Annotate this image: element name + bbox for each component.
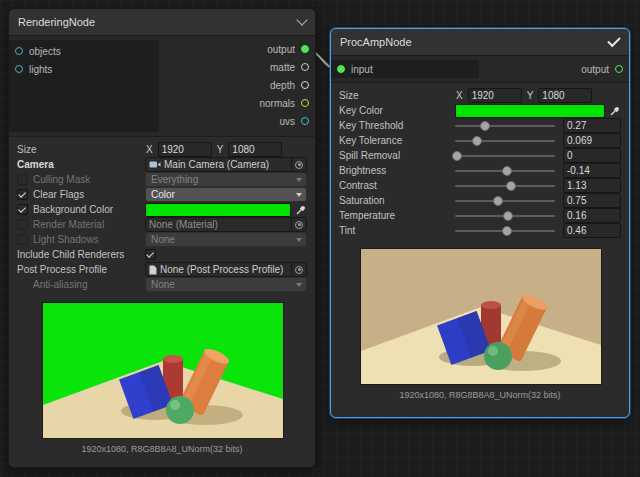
port-normals-label: normals	[259, 98, 295, 109]
clear-flags-dropdown[interactable]: Color	[145, 187, 307, 202]
node-rendering[interactable]: RenderingNode objects lights output	[8, 8, 316, 468]
background-color-field[interactable]	[145, 204, 307, 216]
port-matte-dot[interactable]	[301, 63, 309, 71]
post-process-profile-object-field[interactable]: None (Post Process Profile)	[145, 262, 307, 277]
post-process-profile-picker[interactable]	[291, 263, 306, 276]
slider-knob[interactable]	[502, 226, 512, 236]
dropdown-caret-icon	[296, 193, 302, 197]
temperature-slider[interactable]	[455, 210, 555, 222]
slider-knob[interactable]	[503, 211, 513, 221]
render-material-picker[interactable]	[291, 218, 306, 231]
object-picker-icon	[295, 221, 303, 229]
background-color-checkbox[interactable]	[17, 204, 28, 215]
port-lights-dot[interactable]	[15, 65, 23, 73]
culling-mask-dropdown[interactable]: Everything	[145, 172, 307, 187]
key-color-row: Key Color	[331, 103, 629, 118]
clear-flags-checkbox[interactable]	[17, 189, 28, 200]
slider-track[interactable]	[455, 155, 555, 157]
contrast-slider[interactable]	[455, 180, 555, 192]
port-procamp-output-dot[interactable]	[615, 65, 623, 73]
slider-knob[interactable]	[480, 121, 490, 131]
camera-object-picker[interactable]	[291, 158, 306, 171]
include-child-renderers-checkbox[interactable]	[145, 249, 156, 260]
port-input-dot[interactable]	[337, 65, 345, 73]
rendering-preview-wrap: 1920x1080, R8G8B8A8_UNorm(32 bits)	[42, 302, 282, 461]
brightness-slider[interactable]	[455, 165, 555, 177]
port-objects-label: objects	[29, 46, 61, 57]
slider-knob[interactable]	[502, 166, 512, 176]
port-input[interactable]: input	[331, 60, 379, 78]
temperature-value[interactable]: 0.16	[563, 208, 621, 223]
key-tolerance-row: Key Tolerance 0.069	[331, 133, 629, 148]
spill-removal-value[interactable]: 0	[563, 148, 621, 163]
key-color-field[interactable]	[455, 105, 621, 117]
slider-knob[interactable]	[472, 136, 482, 146]
tint-row: Tint 0.46	[331, 223, 629, 238]
graph-canvas[interactable]: RenderingNode objects lights output	[0, 0, 640, 477]
port-output-dot[interactable]	[301, 45, 309, 53]
background-color-swatch[interactable]	[145, 203, 291, 217]
render-material-checkbox[interactable]	[17, 219, 28, 230]
culling-mask-checkbox[interactable]	[17, 174, 28, 185]
render-material-object-field[interactable]: None (Material)	[145, 217, 307, 232]
enabled-check-icon[interactable]	[607, 34, 620, 47]
procamp-node-header[interactable]: ProcAmpNode	[331, 29, 629, 56]
slider-knob[interactable]	[452, 151, 462, 161]
port-uvs[interactable]: uvs	[159, 112, 315, 130]
object-picker-icon	[295, 266, 303, 274]
spill-removal-label: Spill Removal	[339, 150, 400, 161]
key-threshold-value[interactable]: 0.27	[563, 118, 621, 133]
port-matte[interactable]: matte	[159, 58, 315, 76]
key-tolerance-slider[interactable]	[455, 135, 555, 147]
port-output[interactable]: output	[159, 40, 315, 58]
camera-object-field[interactable]: Main Camera (Camera)	[145, 157, 307, 172]
port-procamp-output[interactable]: output	[575, 60, 629, 78]
port-lights-label: lights	[29, 64, 52, 75]
slider-track[interactable]	[455, 140, 555, 142]
procamp-size-y-axis-label: Y	[527, 90, 534, 101]
camera-icon	[149, 160, 161, 169]
rendering-preview-caption: 1920x1080, R8G8B8A8_UNorm(32 bits)	[42, 439, 282, 461]
port-depth-dot[interactable]	[301, 81, 309, 89]
size-x-field[interactable]: 1920	[158, 142, 212, 157]
brightness-value[interactable]: -0.14	[563, 163, 621, 178]
slider-track[interactable]	[455, 200, 555, 202]
eyedropper-button[interactable]	[294, 205, 307, 215]
key-color-swatch[interactable]	[455, 104, 605, 118]
tint-value[interactable]: 0.46	[563, 223, 621, 238]
light-shadows-checkbox[interactable]	[17, 234, 28, 245]
render-material-label: Render Material	[33, 219, 104, 230]
collapse-chevron-icon[interactable]	[296, 14, 307, 25]
spill-removal-slider[interactable]	[455, 150, 555, 162]
node-procamp[interactable]: ProcAmpNode input output Size	[330, 28, 630, 418]
slider-knob[interactable]	[506, 181, 516, 191]
port-input-label: input	[351, 64, 373, 75]
saturation-value[interactable]: 0.75	[563, 193, 621, 208]
green-sphere	[166, 396, 194, 424]
slider-knob[interactable]	[493, 196, 503, 206]
port-normals-dot[interactable]	[301, 99, 309, 107]
brightness-label: Brightness	[339, 165, 386, 176]
slider-track[interactable]	[455, 125, 555, 127]
light-shadows-dropdown[interactable]: None	[145, 232, 307, 247]
contrast-value[interactable]: 1.13	[563, 178, 621, 193]
procamp-preview-wrap: 1920x1080, R8G8B8A8_UNorm(32 bits)	[360, 248, 600, 407]
port-objects[interactable]: objects	[9, 42, 159, 60]
procamp-size-x-field[interactable]: 1920	[468, 88, 522, 103]
slider-track[interactable]	[455, 185, 555, 187]
port-normals[interactable]: normals	[159, 94, 315, 112]
rendering-node-header[interactable]: RenderingNode	[9, 9, 315, 36]
size-y-field[interactable]: 1080	[228, 142, 282, 157]
procamp-size-y-field[interactable]: 1080	[538, 88, 592, 103]
tint-slider[interactable]	[455, 225, 555, 237]
port-depth[interactable]: depth	[159, 76, 315, 94]
port-uvs-dot[interactable]	[301, 117, 309, 125]
eyedropper-button[interactable]	[608, 106, 621, 116]
key-threshold-slider[interactable]	[455, 120, 555, 132]
port-lights[interactable]: lights	[9, 60, 159, 78]
saturation-slider[interactable]	[455, 195, 555, 207]
port-objects-dot[interactable]	[15, 47, 23, 55]
anti-aliasing-dropdown[interactable]: None	[145, 277, 307, 292]
camera-label: Camera	[17, 159, 54, 170]
key-tolerance-value[interactable]: 0.069	[563, 133, 621, 148]
